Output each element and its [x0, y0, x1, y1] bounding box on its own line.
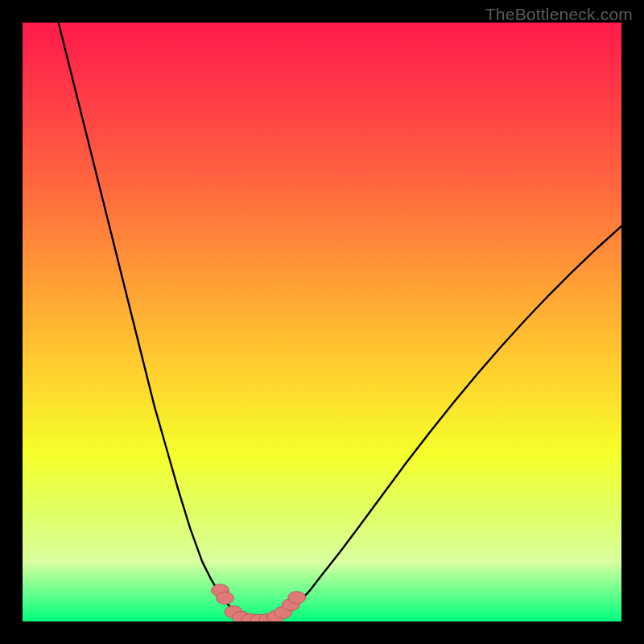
watermark-label: TheBottleneck.com — [485, 5, 633, 24]
bottleneck-curve — [59, 23, 621, 621]
chart-frame: TheBottleneck.com — [0, 0, 644, 644]
marker-point — [216, 592, 233, 604]
plot-area — [23, 23, 621, 621]
chart-svg — [23, 23, 621, 621]
marker-point — [288, 592, 306, 604]
